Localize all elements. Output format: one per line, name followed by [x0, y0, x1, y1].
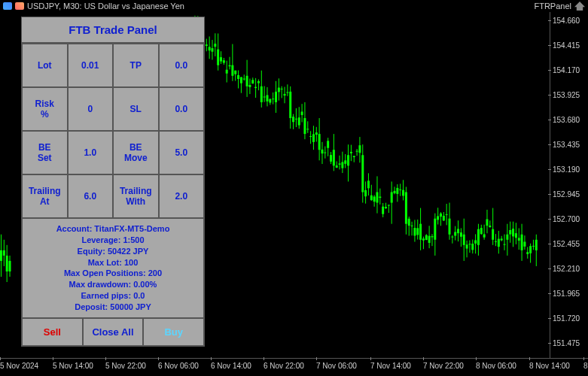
price-tick: 154.660: [553, 17, 580, 25]
svg-rect-57: [506, 235, 508, 240]
svg-rect-181: [402, 190, 404, 196]
svg-rect-153: [353, 156, 355, 157]
svg-rect-1: [0, 250, 2, 261]
svg-rect-113: [281, 89, 283, 89]
svg-rect-233: [498, 239, 500, 247]
svg-rect-55: [492, 229, 494, 240]
info-line: Max drawdown: 0.00%: [23, 279, 203, 290]
svg-rect-41: [391, 192, 393, 202]
param-label: TrailingWith: [113, 174, 159, 218]
close-all-button[interactable]: Close All: [83, 318, 144, 346]
svg-rect-191: [422, 238, 425, 240]
app-icon: [3, 2, 12, 10]
svg-rect-37: [361, 155, 364, 192]
svg-rect-135: [321, 150, 323, 153]
svg-rect-103: [264, 96, 266, 97]
time-tick: 8 Nov 22:00: [583, 362, 588, 370]
svg-rect-175: [394, 191, 396, 193]
svg-rect-29: [303, 118, 306, 134]
svg-rect-157: [358, 145, 361, 153]
svg-rect-239: [509, 230, 511, 235]
price-tick: 152.210: [553, 265, 580, 273]
info-line: Max Open Positions: 200: [23, 268, 203, 279]
expert-icon: [574, 2, 585, 11]
param-value[interactable]: 0.0: [159, 44, 205, 87]
info-line: Equity: 50422 JPY: [23, 246, 203, 257]
svg-rect-49: [449, 219, 451, 235]
svg-rect-137: [324, 153, 326, 153]
param-label: Lot: [22, 44, 68, 87]
svg-rect-61: [535, 240, 538, 250]
svg-rect-27: [289, 92, 291, 118]
price-tick: 151.475: [553, 339, 580, 347]
svg-rect-249: [526, 252, 529, 254]
time-scale: 5 Nov 20245 Nov 14:005 Nov 22:006 Nov 06…: [0, 358, 588, 376]
svg-rect-31: [318, 134, 321, 150]
svg-rect-151: [350, 152, 352, 153]
price-tick: 152.455: [553, 240, 580, 248]
param-value[interactable]: 1.0: [68, 131, 114, 174]
svg-rect-219: [471, 244, 474, 250]
svg-rect-7: [9, 261, 11, 271]
svg-rect-171: [385, 207, 387, 208]
svg-rect-93: [243, 79, 245, 80]
svg-rect-215: [466, 244, 468, 248]
panel-name: FTRPanel: [534, 2, 571, 11]
svg-rect-139: [327, 141, 329, 147]
svg-rect-33: [333, 150, 335, 165]
svg-rect-223: [480, 228, 483, 234]
svg-rect-185: [411, 226, 413, 226]
svg-rect-159: [364, 190, 367, 196]
price-scale: 154.660154.415154.170153.925153.680153.4…: [550, 12, 588, 358]
svg-rect-105: [266, 95, 268, 101]
time-tick: 6 Nov 22:00: [264, 362, 304, 370]
account-info: Account: TitanFX-MT5-DemoLeverage: 1:500…: [22, 218, 204, 318]
svg-rect-155: [356, 151, 358, 152]
svg-rect-183: [408, 219, 410, 226]
svg-rect-167: [379, 197, 381, 199]
svg-rect-83: [226, 70, 228, 74]
svg-rect-101: [257, 81, 260, 83]
param-value[interactable]: 0: [68, 87, 114, 131]
time-tick: 7 Nov 06:00: [316, 362, 357, 370]
svg-rect-25: [275, 92, 277, 102]
param-value[interactable]: 0.01: [68, 44, 114, 87]
buy-button[interactable]: Buy: [143, 318, 204, 346]
svg-rect-195: [428, 236, 431, 243]
svg-rect-3: [3, 250, 5, 256]
svg-rect-221: [474, 240, 477, 243]
svg-rect-211: [457, 229, 459, 233]
time-tick: 7 Nov 14:00: [370, 362, 411, 370]
svg-rect-205: [446, 214, 448, 215]
svg-rect-165: [373, 196, 376, 202]
svg-rect-51: [463, 235, 465, 245]
svg-rect-89: [237, 75, 239, 79]
svg-rect-53: [477, 229, 480, 245]
param-label: TP: [113, 44, 159, 87]
param-value[interactable]: 5.0: [159, 131, 205, 174]
price-tick: 154.415: [553, 41, 580, 50]
info-line: Leverage: 1:500: [23, 235, 203, 246]
svg-rect-247: [523, 241, 526, 246]
symbol-desc: US Dollar vs Japanese Yen: [84, 2, 184, 11]
title-right: FTRPanel: [534, 2, 585, 11]
svg-rect-225: [483, 235, 486, 238]
svg-rect-245: [518, 238, 520, 241]
param-value[interactable]: 0.0: [159, 87, 205, 131]
sell-button[interactable]: Sell: [22, 318, 83, 346]
svg-rect-207: [451, 237, 453, 238]
param-value[interactable]: 6.0: [68, 174, 114, 218]
symbol-label: USDJPY, M30:: [27, 2, 82, 11]
title-bar: USDJPY, M30: US Dollar vs Japanese Yen F…: [0, 0, 588, 12]
svg-rect-145: [339, 163, 341, 165]
chart-icon: [15, 2, 24, 10]
time-tick: 8 Nov 06:00: [476, 362, 516, 370]
svg-rect-193: [425, 235, 428, 240]
time-tick: 5 Nov 14:00: [53, 362, 93, 370]
info-line: Max Lot: 100: [23, 257, 203, 268]
svg-rect-147: [341, 162, 343, 168]
svg-rect-45: [419, 224, 422, 240]
svg-rect-99: [254, 87, 257, 88]
svg-rect-199: [437, 216, 439, 220]
param-value[interactable]: 2.0: [159, 174, 205, 218]
